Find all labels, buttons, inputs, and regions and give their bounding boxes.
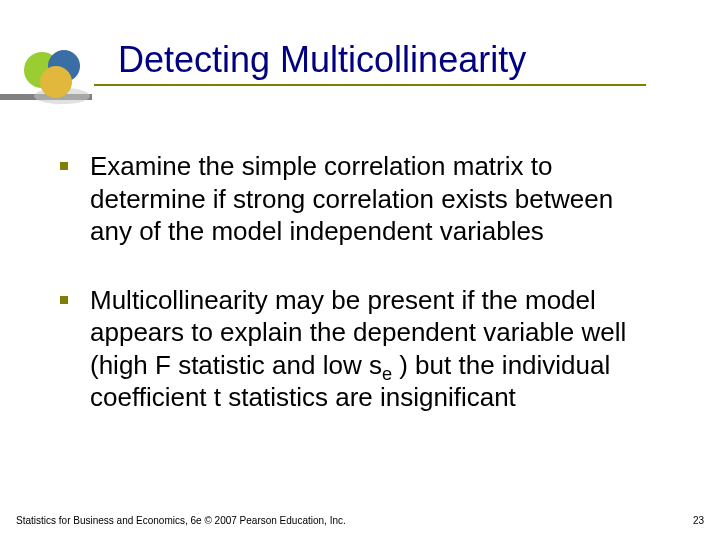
bullet-text-2: Multicollinearity may be present if the … — [90, 284, 660, 414]
list-item: Multicollinearity may be present if the … — [60, 284, 660, 414]
title-block: Detecting Multicollinearity — [118, 40, 678, 86]
svg-point-3 — [40, 66, 72, 98]
body-content: Examine the simple correlation matrix to… — [60, 150, 660, 450]
bullet-icon — [60, 296, 68, 304]
slide: Detecting Multicollinearity Examine the … — [0, 0, 720, 540]
logo-icon — [18, 48, 96, 108]
footer-page-number: 23 — [693, 515, 704, 526]
slide-title: Detecting Multicollinearity — [118, 40, 678, 80]
title-underline — [94, 84, 646, 86]
bullet-icon — [60, 162, 68, 170]
footer-copyright: Statistics for Business and Economics, 6… — [16, 515, 346, 526]
bullet-2-sub: e — [382, 364, 392, 384]
bullet-text-1: Examine the simple correlation matrix to… — [90, 150, 660, 248]
list-item: Examine the simple correlation matrix to… — [60, 150, 660, 248]
